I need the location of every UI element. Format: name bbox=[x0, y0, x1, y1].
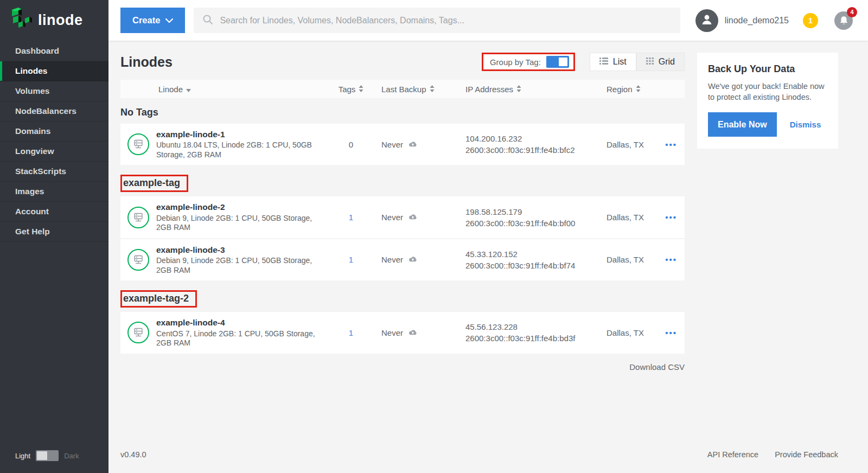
linode-name-cell: example-linode-3 Debian 9, Linode 2GB: 1… bbox=[120, 239, 329, 280]
sidebar-item-longview[interactable]: Longview bbox=[0, 142, 108, 162]
ipv4-address: 198.58.125.179 bbox=[465, 206, 598, 218]
linode-name-cell: example-linode-4 CentOS 7, Linode 2GB: 1… bbox=[120, 312, 329, 353]
page-head: Linodes Group by Tag: List Grid bbox=[120, 53, 685, 71]
column-header-tags[interactable]: Tags bbox=[329, 85, 373, 94]
linode-name-link[interactable]: example-linode-2 bbox=[156, 202, 324, 212]
sidebar-item-volumes[interactable]: Volumes bbox=[0, 81, 108, 101]
column-header-ip-addresses[interactable]: IP Addresses bbox=[457, 85, 598, 94]
theme-toggle-knob bbox=[37, 451, 47, 460]
group-by-tag-label: Group by Tag: bbox=[490, 57, 541, 67]
region: Dallas, TX bbox=[598, 328, 658, 337]
linode-row[interactable]: example-linode-4 CentOS 7, Linode 2GB: 1… bbox=[120, 312, 685, 353]
linodes-table: Linode Tags Last Backup IP Addresses Reg… bbox=[120, 80, 685, 372]
footer-links: API Reference Provide Feedback bbox=[707, 450, 838, 459]
linode-specs: CentOS 7, Linode 2GB: 1 CPU, 50GB Storag… bbox=[156, 329, 324, 348]
last-backup-value: Never bbox=[381, 328, 403, 337]
create-button[interactable]: Create bbox=[120, 8, 185, 33]
theme-light-label: Light bbox=[15, 452, 30, 460]
linode-row[interactable]: example-linode-3 Debian 9, Linode 2GB: 1… bbox=[120, 238, 685, 280]
tags-count[interactable]: 1 bbox=[329, 213, 373, 222]
sort-caret-down-icon bbox=[186, 85, 191, 94]
chevron-down-icon bbox=[165, 15, 173, 25]
sidebar-item-dashboard[interactable]: Dashboard bbox=[0, 41, 108, 61]
head-controls: Group by Tag: List Grid bbox=[482, 53, 685, 71]
last-backup-cell: Never bbox=[373, 328, 457, 337]
tag-group: example-tag-2 example-linode-4 C bbox=[120, 284, 685, 353]
tag-group-heading: example-tag-2 bbox=[120, 290, 197, 308]
sidebar-item-stackscripts[interactable]: StackScripts bbox=[0, 162, 108, 182]
linode-status-icon bbox=[127, 133, 149, 155]
last-backup-value: Never bbox=[381, 213, 403, 222]
sidebar-item-nodebalancers[interactable]: NodeBalancers bbox=[0, 101, 108, 122]
pending-status-badge[interactable]: 1 bbox=[803, 13, 818, 28]
download-csv-link[interactable]: Download CSV bbox=[120, 362, 685, 372]
backup-cloud-icon bbox=[407, 140, 418, 149]
search-bar[interactable] bbox=[194, 8, 680, 33]
list-view-button[interactable]: List bbox=[590, 53, 636, 71]
sidebar-item-images[interactable]: Images bbox=[0, 182, 108, 202]
linode-status-icon bbox=[127, 322, 149, 343]
group-by-tag-toggle-knob bbox=[559, 57, 567, 66]
linode-row[interactable]: example-linode-2 Debian 9, Linode 2GB: 1… bbox=[120, 196, 685, 238]
theme-toggle-switch[interactable] bbox=[36, 450, 59, 461]
column-header-last-backup[interactable]: Last Backup bbox=[373, 85, 457, 94]
linode-logo[interactable]: linode bbox=[0, 0, 108, 39]
username[interactable]: linode_demo215 bbox=[725, 16, 789, 25]
linode-specs: Debian 9, Linode 2GB: 1 CPU, 50GB Storag… bbox=[156, 214, 324, 233]
search-input[interactable] bbox=[220, 16, 671, 25]
dismiss-backups-link[interactable]: Dismiss bbox=[790, 120, 821, 129]
backup-card-actions: Enable Now Dismiss bbox=[708, 112, 827, 137]
row-actions-button[interactable]: ••• bbox=[658, 328, 685, 337]
sidebar-item-linodes[interactable]: Linodes bbox=[0, 61, 108, 81]
ipv4-address: 45.56.123.228 bbox=[465, 321, 598, 333]
tag-group: example-tag example-linode-2 Deb bbox=[120, 168, 685, 280]
linode-status-icon bbox=[127, 207, 149, 228]
group-by-tag-control: Group by Tag: bbox=[482, 53, 575, 71]
notifications-button[interactable]: 4 bbox=[834, 11, 853, 30]
sidebar-item-get-help[interactable]: Get Help bbox=[0, 222, 108, 242]
search-icon bbox=[202, 14, 213, 27]
table-header-row: Linode Tags Last Backup IP Addresses Reg… bbox=[120, 80, 685, 98]
list-icon bbox=[599, 57, 608, 67]
sort-both-icon bbox=[430, 85, 435, 94]
last-backup-value: Never bbox=[381, 255, 403, 264]
group-by-tag-toggle[interactable] bbox=[546, 56, 569, 68]
grid-icon bbox=[646, 57, 654, 67]
region: Dallas, TX bbox=[598, 140, 658, 149]
ip-addresses-cell: 45.56.123.228 2600:3c00::f03c:91ff:fe4b:… bbox=[457, 321, 598, 344]
user-avatar[interactable] bbox=[695, 9, 718, 32]
row-actions-button[interactable]: ••• bbox=[658, 140, 685, 149]
api-reference-link[interactable]: API Reference bbox=[707, 450, 758, 459]
row-actions-button[interactable]: ••• bbox=[658, 213, 685, 222]
tag-group-heading: example-tag bbox=[120, 175, 188, 192]
top-header: Create linode_demo215 1 4 bbox=[108, 0, 868, 41]
provide-feedback-link[interactable]: Provide Feedback bbox=[775, 450, 838, 459]
sort-both-icon bbox=[359, 85, 363, 94]
linode-name-link[interactable]: example-linode-1 bbox=[156, 129, 324, 139]
linode-name-link[interactable]: example-linode-4 bbox=[156, 317, 324, 328]
tags-count[interactable]: 0 bbox=[329, 140, 373, 149]
region: Dallas, TX bbox=[598, 213, 658, 222]
sidebar-item-account[interactable]: Account bbox=[0, 202, 108, 222]
sidebar-item-domains[interactable]: Domains bbox=[0, 122, 108, 142]
ipv4-address: 45.33.120.152 bbox=[465, 248, 598, 260]
column-header-linode[interactable]: Linode bbox=[120, 85, 329, 94]
linode-name-text: example-linode-4 CentOS 7, Linode 2GB: 1… bbox=[156, 317, 324, 348]
notification-count-badge: 4 bbox=[847, 7, 857, 17]
grid-view-button[interactable]: Grid bbox=[636, 53, 685, 71]
linode-name-link[interactable]: example-linode-3 bbox=[156, 245, 324, 255]
last-backup-cell: Never bbox=[373, 140, 457, 149]
row-actions-button[interactable]: ••• bbox=[658, 255, 685, 264]
linode-logo-icon bbox=[10, 5, 33, 35]
ip-addresses-cell: 104.200.16.232 2600:3c00::f03c:91ff:fe4b… bbox=[457, 133, 598, 156]
column-header-region[interactable]: Region bbox=[598, 85, 658, 94]
tags-count[interactable]: 1 bbox=[329, 255, 373, 264]
page-title: Linodes bbox=[120, 54, 173, 70]
app-version: v0.49.0 bbox=[120, 450, 146, 459]
tags-count[interactable]: 1 bbox=[329, 328, 373, 337]
enable-backups-button[interactable]: Enable Now bbox=[708, 112, 777, 137]
linode-name-cell: example-linode-1 Ubuntu 18.04 LTS, Linod… bbox=[120, 124, 329, 165]
linode-name-text: example-linode-1 Ubuntu 18.04 LTS, Linod… bbox=[156, 129, 324, 159]
sidebar: linode Dashboard Linodes Volumes NodeBal… bbox=[0, 0, 108, 473]
linode-row[interactable]: example-linode-1 Ubuntu 18.04 LTS, Linod… bbox=[120, 124, 685, 165]
